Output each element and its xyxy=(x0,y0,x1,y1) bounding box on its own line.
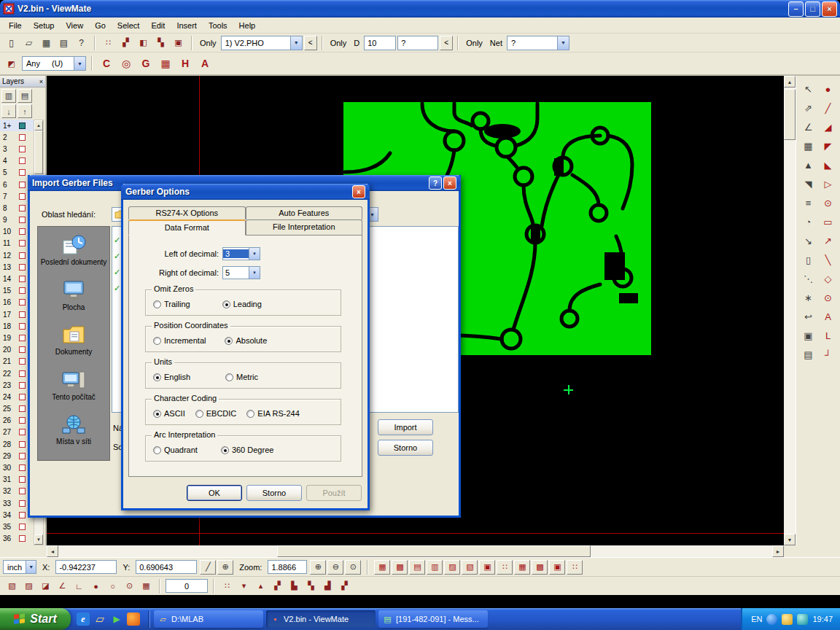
scroll-thumb[interactable] xyxy=(34,131,43,174)
prev-layer-button[interactable]: < xyxy=(304,36,317,50)
layer-color-swatch[interactable] xyxy=(19,264,26,271)
layers-close-icon[interactable]: × xyxy=(39,78,43,85)
edit-tool-icon[interactable]: ∟ xyxy=(71,579,87,594)
aperture-pattern-icon[interactable]: ◧ xyxy=(135,35,152,51)
tab-rs274x-options[interactable]: RS274-X Options xyxy=(128,206,246,219)
layers-tool-button[interactable]: ↑ xyxy=(18,104,32,118)
grid-tool-icon[interactable]: ∷ xyxy=(497,560,513,575)
layer-row[interactable]: 3 xyxy=(0,143,34,155)
close-button[interactable]: × xyxy=(443,176,456,190)
drawing-tool-icon[interactable]: ▤ xyxy=(799,346,817,363)
layer-color-swatch[interactable] xyxy=(19,299,26,306)
aperture-pattern-icon[interactable]: ▞ xyxy=(117,35,134,51)
grid-tool-icon[interactable]: ▨ xyxy=(444,560,460,575)
tab-auto-features[interactable]: Auto Features xyxy=(246,206,363,219)
view-tool-icon[interactable]: ▟ xyxy=(320,579,335,594)
layer-color-swatch[interactable] xyxy=(19,122,26,129)
select-tool-button[interactable]: A xyxy=(196,55,214,72)
aperture-pattern-icon[interactable]: ▚ xyxy=(152,35,169,51)
drawing-tool-icon[interactable]: ≡ xyxy=(799,194,817,211)
minimize-button[interactable]: – xyxy=(788,1,804,17)
task-mlab-folder[interactable]: ▱ D:\MLAB xyxy=(154,610,263,628)
select-filter-combo[interactable]: Any (U) ▼ xyxy=(22,56,86,71)
layer-row[interactable]: 4 xyxy=(0,155,34,167)
task-messenger[interactable]: ▤ [191-482-091] - Mess... xyxy=(378,610,488,628)
layer-color-swatch[interactable] xyxy=(19,287,26,294)
right-of-decimal-combo[interactable]: 5 ▼ xyxy=(222,266,260,279)
layer-color-swatch[interactable] xyxy=(19,429,26,435)
layer-color-swatch[interactable] xyxy=(19,370,26,377)
file-toolbar-icon[interactable]: ▤ xyxy=(55,35,72,51)
chevron-down-icon[interactable]: ▼ xyxy=(74,57,85,70)
radio-ebcdic[interactable]: EBCDIC xyxy=(195,409,237,418)
radio-incremental[interactable]: Incremental xyxy=(153,336,206,345)
view-tool-icon[interactable]: ▚ xyxy=(303,579,319,594)
scroll-left-icon[interactable]: ◄ xyxy=(47,545,58,557)
layer-color-swatch[interactable] xyxy=(19,217,26,223)
drawing-tool-icon[interactable]: ◇ xyxy=(819,270,837,287)
select-tool-button[interactable]: H xyxy=(176,55,194,72)
drawing-tool-icon[interactable]: ◥ xyxy=(799,175,817,192)
measure-tool-icon[interactable]: ⊕ xyxy=(217,560,233,575)
start-button[interactable]: Start xyxy=(0,608,71,630)
drawing-tool-icon[interactable]: ↗ xyxy=(819,232,837,249)
edit-tool-icon[interactable]: ∠ xyxy=(55,579,70,594)
task-viewmate[interactable]: ▪ V2.bin - ViewMate xyxy=(266,610,376,628)
layer-color-swatch[interactable] xyxy=(19,488,26,494)
layer-color-swatch[interactable] xyxy=(19,158,26,164)
zoom-tool-icon[interactable]: ⊖ xyxy=(327,560,343,575)
tab-data-format[interactable]: Data Format xyxy=(128,219,246,236)
scroll-down-icon[interactable]: ▼ xyxy=(784,534,796,545)
layer-color-swatch[interactable] xyxy=(19,476,26,483)
net-combo[interactable]: ? ▼ xyxy=(507,36,569,50)
drawing-tool-icon[interactable]: ⇗ xyxy=(799,99,817,117)
layer-row[interactable]: 35 xyxy=(0,521,34,532)
menu-item[interactable]: Go xyxy=(89,19,112,32)
grid-tool-icon[interactable]: ▣ xyxy=(479,560,495,575)
drawing-tool-icon[interactable]: ● xyxy=(819,80,837,98)
select-tool-button[interactable]: G xyxy=(137,55,155,72)
view-tool-icon[interactable]: ▙ xyxy=(287,579,302,594)
drawing-tool-icon[interactable]: ◔ xyxy=(799,213,817,230)
help-button[interactable]: ? xyxy=(429,176,442,190)
drawing-tool-icon[interactable]: ▷ xyxy=(819,175,837,192)
browser-icon[interactable] xyxy=(127,612,140,626)
radio-metric[interactable]: Metric xyxy=(225,373,258,381)
select-tool-button[interactable]: C xyxy=(98,55,115,72)
grid-tool-icon[interactable]: ▩ xyxy=(392,560,408,575)
drawing-tool-icon[interactable]: ◤ xyxy=(819,137,837,155)
layer-color-swatch[interactable] xyxy=(19,311,26,318)
grid-tool-icon[interactable]: ▧ xyxy=(462,560,478,575)
layer-color-swatch[interactable] xyxy=(19,346,26,353)
grid-tool-icon[interactable]: ∷ xyxy=(567,560,583,575)
place-desktop[interactable]: Plocha xyxy=(39,279,109,312)
place-my-computer[interactable]: Tento počítač xyxy=(39,369,109,402)
radio-ascii[interactable]: ASCII xyxy=(153,409,185,418)
drawing-tool-icon[interactable]: ╲ xyxy=(819,251,837,268)
drawing-tool-icon[interactable]: ╱ xyxy=(819,99,837,117)
zoom-tool-icon[interactable]: ⊙ xyxy=(345,560,361,575)
layers-panel-header[interactable]: Layers × xyxy=(0,76,45,88)
layer-color-swatch[interactable] xyxy=(19,146,26,152)
layer-color-swatch[interactable] xyxy=(19,500,26,507)
drawing-tool-icon[interactable]: L xyxy=(819,327,837,344)
scroll-thumb[interactable] xyxy=(784,89,796,140)
drawing-tool-icon[interactable]: ▯ xyxy=(799,251,817,268)
zoom-tool-icon[interactable]: ⊕ xyxy=(310,560,326,575)
chevron-down-icon[interactable]: ▼ xyxy=(557,36,569,50)
menu-item[interactable]: Select xyxy=(112,19,146,32)
layer-color-swatch[interactable] xyxy=(19,228,26,235)
place-network[interactable]: Místa v síti xyxy=(39,413,109,446)
aperture-pattern-icon[interactable]: ∷ xyxy=(100,35,117,51)
grid-tool-icon[interactable]: ▤ xyxy=(409,560,425,575)
menu-item[interactable]: Insert xyxy=(171,19,203,32)
grid-tool-icon[interactable]: ▦ xyxy=(374,560,390,575)
view-tool-icon[interactable]: ▾ xyxy=(236,579,252,594)
drawing-tool-icon[interactable]: ◣ xyxy=(819,156,837,174)
layer-combo[interactable]: 1) V2.PHO ▼ xyxy=(221,36,303,50)
drawing-tool-icon[interactable]: ∗ xyxy=(799,289,817,306)
drawing-tool-icon[interactable]: ⋱ xyxy=(799,270,817,287)
drawing-tool-icon[interactable]: ⊙ xyxy=(819,289,837,306)
layer-color-swatch[interactable] xyxy=(19,524,26,530)
layer-row[interactable]: 36 xyxy=(0,533,34,545)
